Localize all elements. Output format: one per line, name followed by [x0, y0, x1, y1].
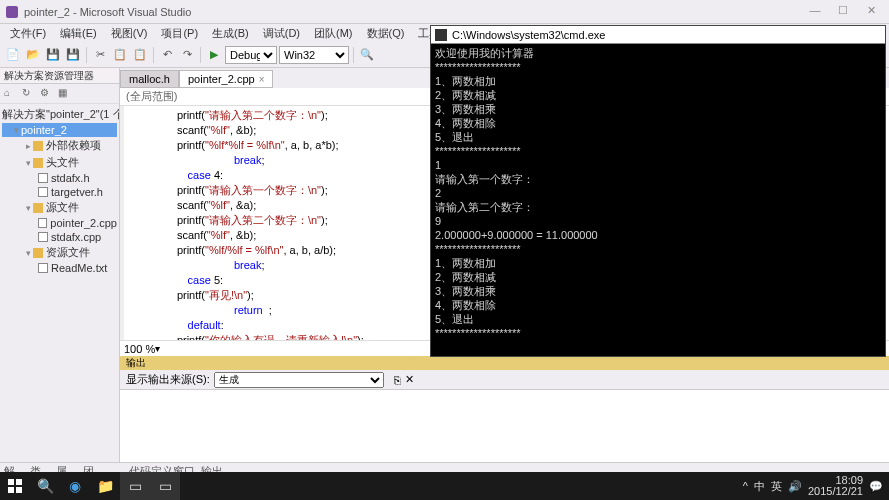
- ime-en[interactable]: 英: [771, 479, 782, 494]
- explorer-icon[interactable]: 📁: [90, 472, 120, 500]
- svg-rect-0: [8, 479, 14, 485]
- window-title: pointer_2 - Microsoft Visual Studio: [24, 6, 191, 18]
- folder-source[interactable]: ▾源文件: [2, 199, 117, 216]
- taskbar: 🔍 ◉ 📁 ▭ ▭ ^ 中 英 🔊 18:09 2015/12/21 💬: [0, 472, 889, 500]
- open-icon[interactable]: 📂: [24, 46, 42, 64]
- show-all-icon[interactable]: ▦: [58, 87, 72, 101]
- redo-icon[interactable]: ↷: [178, 46, 196, 64]
- new-project-icon[interactable]: 📄: [4, 46, 22, 64]
- solution-tree: 解决方案"pointer_2"(1 个项目) ▾pointer_2 ▸外部依赖项…: [0, 104, 119, 462]
- tab-malloc-h[interactable]: malloc.h: [120, 70, 179, 88]
- properties-icon[interactable]: ⚙: [40, 87, 54, 101]
- cmd-window[interactable]: C:\Windows\system32\cmd.exe 欢迎使用我的计算器 **…: [430, 25, 886, 357]
- file-stdafx-h[interactable]: stdafx.h: [2, 171, 117, 185]
- window-titlebar: pointer_2 - Microsoft Visual Studio — ☐ …: [0, 0, 889, 24]
- start-button[interactable]: [0, 472, 30, 500]
- clock[interactable]: 18:09 2015/12/21: [808, 475, 863, 497]
- svg-rect-1: [16, 479, 22, 485]
- file-readme[interactable]: ReadMe.txt: [2, 261, 117, 275]
- config-dropdown[interactable]: Debug: [225, 46, 277, 64]
- solution-explorer-title: 解决方案资源管理器: [0, 68, 119, 84]
- output-panel-title: 输出: [120, 356, 889, 370]
- vs-logo-icon: [6, 6, 18, 18]
- menu-project[interactable]: 项目(P): [155, 26, 204, 41]
- maximize-button[interactable]: ☐: [831, 4, 855, 20]
- minimize-button[interactable]: —: [803, 4, 827, 20]
- volume-icon[interactable]: 🔊: [788, 480, 802, 493]
- close-button[interactable]: ✕: [859, 4, 883, 20]
- tray-up-icon[interactable]: ^: [743, 480, 748, 492]
- folder-external-deps[interactable]: ▸外部依赖项: [2, 137, 117, 154]
- menu-build[interactable]: 生成(B): [206, 26, 255, 41]
- menu-edit[interactable]: 编辑(E): [54, 26, 103, 41]
- project-node[interactable]: ▾pointer_2: [2, 123, 117, 137]
- solution-toolbar: ⌂ ↻ ⚙ ▦: [0, 84, 119, 104]
- tab-close-icon[interactable]: ×: [259, 74, 265, 85]
- solution-root[interactable]: 解决方案"pointer_2"(1 个项目): [2, 106, 117, 123]
- file-targetver-h[interactable]: targetver.h: [2, 185, 117, 199]
- system-tray: ^ 中 英 🔊 18:09 2015/12/21 💬: [737, 475, 889, 497]
- cut-icon[interactable]: ✂: [91, 46, 109, 64]
- file-stdafx-cpp[interactable]: stdafx.cpp: [2, 230, 117, 244]
- notifications-icon[interactable]: 💬: [869, 480, 883, 493]
- output-source-dropdown[interactable]: 生成: [214, 372, 384, 388]
- solution-explorer: 解决方案资源管理器 ⌂ ↻ ⚙ ▦ 解决方案"pointer_2"(1 个项目)…: [0, 68, 120, 462]
- paste-icon[interactable]: 📋: [131, 46, 149, 64]
- menu-view[interactable]: 视图(V): [105, 26, 154, 41]
- cmd-titlebar: C:\Windows\system32\cmd.exe: [431, 26, 885, 44]
- file-pointer2-cpp[interactable]: pointer_2.cpp: [2, 216, 117, 230]
- menu-data[interactable]: 数据(Q): [361, 26, 411, 41]
- cmd-taskbar-icon[interactable]: ▭: [150, 472, 180, 500]
- svg-rect-2: [8, 487, 14, 493]
- start-debug-icon[interactable]: ▶: [205, 46, 223, 64]
- output-source-label: 显示输出来源(S):: [126, 372, 210, 387]
- folder-headers[interactable]: ▾头文件: [2, 154, 117, 171]
- edge-icon[interactable]: ◉: [60, 472, 90, 500]
- copy-icon[interactable]: 📋: [111, 46, 129, 64]
- vs-taskbar-icon[interactable]: ▭: [120, 472, 150, 500]
- menu-debug[interactable]: 调试(D): [257, 26, 306, 41]
- folder-resource[interactable]: ▾资源文件: [2, 244, 117, 261]
- undo-icon[interactable]: ↶: [158, 46, 176, 64]
- save-icon[interactable]: 💾: [44, 46, 62, 64]
- ime-zh[interactable]: 中: [754, 479, 765, 494]
- menu-file[interactable]: 文件(F): [4, 26, 52, 41]
- find-icon[interactable]: 🔍: [358, 46, 376, 64]
- cmd-icon: [435, 29, 447, 41]
- home-icon[interactable]: ⌂: [4, 87, 18, 101]
- cmd-body[interactable]: 欢迎使用我的计算器 ******************** 1、两数相加 2、…: [431, 44, 885, 342]
- output-filter-bar: 显示输出来源(S): 生成 ⎘ ✕: [120, 370, 889, 390]
- menu-team[interactable]: 团队(M): [308, 26, 359, 41]
- search-icon[interactable]: 🔍: [30, 472, 60, 500]
- output-body[interactable]: [120, 390, 889, 462]
- svg-rect-3: [16, 487, 22, 493]
- cmd-title: C:\Windows\system32\cmd.exe: [452, 29, 605, 41]
- output-find-icon[interactable]: ⎘: [394, 374, 401, 386]
- platform-dropdown[interactable]: Win32: [279, 46, 349, 64]
- output-clear-icon[interactable]: ✕: [405, 373, 414, 386]
- refresh-icon[interactable]: ↻: [22, 87, 36, 101]
- tab-pointer2-cpp[interactable]: pointer_2.cpp×: [179, 70, 274, 88]
- save-all-icon[interactable]: 💾: [64, 46, 82, 64]
